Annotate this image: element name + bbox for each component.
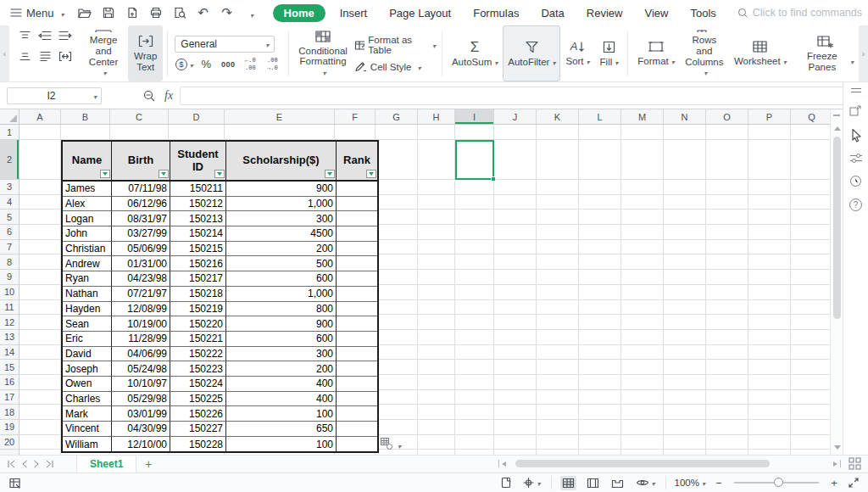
scroll-down-arrow[interactable] bbox=[834, 445, 841, 450]
cell-O13[interactable] bbox=[706, 330, 748, 345]
filter-button[interactable] bbox=[325, 170, 335, 178]
cell-P13[interactable] bbox=[748, 330, 791, 345]
cell-H14[interactable] bbox=[418, 345, 455, 361]
cell-H8[interactable] bbox=[418, 254, 455, 270]
cell-K12[interactable] bbox=[537, 315, 579, 330]
cell-H6[interactable] bbox=[418, 225, 455, 240]
cell-G4[interactable] bbox=[376, 195, 418, 210]
cell-L10[interactable] bbox=[579, 285, 621, 300]
cell-I19[interactable] bbox=[455, 420, 494, 435]
undo-button[interactable]: ↶ bbox=[195, 4, 212, 21]
cell-I18[interactable] bbox=[455, 405, 494, 420]
cell-A3[interactable] bbox=[19, 180, 61, 195]
row-header-16[interactable]: 16 bbox=[0, 375, 19, 390]
zoom-out-button[interactable]: − bbox=[714, 477, 724, 489]
sheet-tab-sheet1[interactable]: Sheet1 bbox=[76, 456, 136, 472]
cell-P16[interactable] bbox=[748, 375, 791, 390]
cell-N9[interactable] bbox=[664, 270, 706, 285]
table-cell[interactable]: 4500 bbox=[226, 226, 337, 242]
cell-A20[interactable] bbox=[19, 435, 61, 450]
cell-N15[interactable] bbox=[664, 360, 706, 375]
cell-K11[interactable] bbox=[537, 300, 579, 316]
print-button[interactable] bbox=[147, 4, 164, 21]
cell-N19[interactable] bbox=[664, 420, 706, 435]
cell-J5[interactable] bbox=[494, 210, 537, 225]
row-header-13[interactable]: 13 bbox=[0, 330, 19, 345]
cell-O5[interactable] bbox=[706, 210, 748, 225]
cell-Q19[interactable] bbox=[791, 420, 830, 435]
row-header-6[interactable]: 6 bbox=[0, 225, 19, 240]
table-cell[interactable]: 100 bbox=[226, 437, 337, 452]
row-header-1[interactable]: 1 bbox=[0, 125, 19, 140]
cell-Q14[interactable] bbox=[791, 345, 830, 361]
normal-view-button[interactable] bbox=[560, 476, 576, 490]
table-cell[interactable] bbox=[337, 226, 377, 242]
table-cell[interactable]: 04/23/98 bbox=[112, 271, 170, 287]
cell-A13[interactable] bbox=[19, 330, 61, 345]
filter-button[interactable] bbox=[159, 170, 169, 178]
vertical-scroll-thumb[interactable] bbox=[833, 137, 841, 319]
table-cell[interactable]: 400 bbox=[226, 377, 337, 392]
cell-P7[interactable] bbox=[748, 240, 791, 255]
cell-N16[interactable] bbox=[664, 375, 706, 390]
cell-M6[interactable] bbox=[621, 225, 664, 240]
table-cell[interactable] bbox=[337, 242, 377, 257]
cell-J19[interactable] bbox=[494, 420, 537, 435]
decrease-decimal-button[interactable]: ←.0.00 bbox=[241, 57, 259, 72]
cell-O17[interactable] bbox=[706, 390, 748, 405]
tab-page-layout[interactable]: Page Layout bbox=[381, 4, 459, 22]
cell-O3[interactable] bbox=[706, 180, 748, 195]
table-cell[interactable]: 03/27/99 bbox=[112, 226, 170, 242]
cell-L2[interactable] bbox=[579, 140, 621, 180]
print-preview-button[interactable] bbox=[171, 4, 188, 21]
cell-P2[interactable] bbox=[748, 140, 791, 180]
cell-H10[interactable] bbox=[418, 285, 455, 300]
table-cell[interactable]: Hayden bbox=[63, 302, 112, 317]
table-cell[interactable]: 200 bbox=[226, 242, 337, 257]
table-cell[interactable]: 150228 bbox=[170, 437, 226, 452]
table-cell[interactable]: 150218 bbox=[170, 287, 226, 302]
wrap-text-button[interactable]: Wrap Text bbox=[128, 25, 163, 81]
table-cell[interactable]: Alex bbox=[63, 197, 112, 212]
column-header-D[interactable]: D bbox=[169, 109, 225, 124]
table-cell[interactable] bbox=[337, 422, 377, 437]
row-header-10[interactable]: 10 bbox=[0, 285, 19, 300]
cell-M19[interactable] bbox=[621, 420, 664, 435]
table-cell[interactable]: William bbox=[63, 437, 112, 452]
cell-E1[interactable] bbox=[225, 125, 335, 140]
cell-J3[interactable] bbox=[494, 180, 537, 195]
cell-N4[interactable] bbox=[664, 195, 706, 210]
cell-H11[interactable] bbox=[418, 300, 455, 316]
decrease-indent-button[interactable] bbox=[36, 27, 54, 44]
cell-P5[interactable] bbox=[748, 210, 791, 225]
table-cell[interactable]: 150214 bbox=[170, 226, 226, 242]
cell-N12[interactable] bbox=[664, 315, 706, 330]
cell-A19[interactable] bbox=[19, 420, 61, 435]
format-as-table-button[interactable]: Format as Table bbox=[354, 35, 436, 55]
cell-A7[interactable] bbox=[19, 240, 61, 255]
table-cell[interactable] bbox=[337, 377, 377, 392]
table-cell[interactable]: 1,000 bbox=[226, 287, 337, 302]
comma-style-button[interactable]: 000 bbox=[219, 57, 237, 72]
cell-J9[interactable] bbox=[494, 270, 537, 285]
cell-M13[interactable] bbox=[621, 330, 664, 345]
cell-K3[interactable] bbox=[537, 180, 579, 195]
cell-O4[interactable] bbox=[706, 195, 748, 210]
table-cell[interactable]: 03/01/99 bbox=[112, 406, 170, 422]
cell-M14[interactable] bbox=[621, 345, 664, 361]
table-cell[interactable]: 150212 bbox=[170, 197, 226, 212]
row-header-17[interactable]: 17 bbox=[0, 390, 19, 405]
menu-button[interactable]: Menu bbox=[7, 7, 68, 20]
table-cell[interactable]: 150216 bbox=[170, 256, 226, 271]
table-cell[interactable]: 150222 bbox=[170, 347, 226, 362]
cell-I10[interactable] bbox=[455, 285, 494, 300]
cell-N14[interactable] bbox=[664, 345, 706, 361]
cell-K16[interactable] bbox=[537, 375, 579, 390]
cell-A1[interactable] bbox=[19, 125, 61, 140]
cell-G5[interactable] bbox=[376, 210, 418, 225]
table-cell[interactable]: 200 bbox=[226, 361, 337, 377]
cell-N7[interactable] bbox=[664, 240, 706, 255]
table-cell[interactable]: Charles bbox=[63, 392, 112, 407]
cell-N10[interactable] bbox=[664, 285, 706, 300]
cell-M11[interactable] bbox=[621, 300, 664, 316]
